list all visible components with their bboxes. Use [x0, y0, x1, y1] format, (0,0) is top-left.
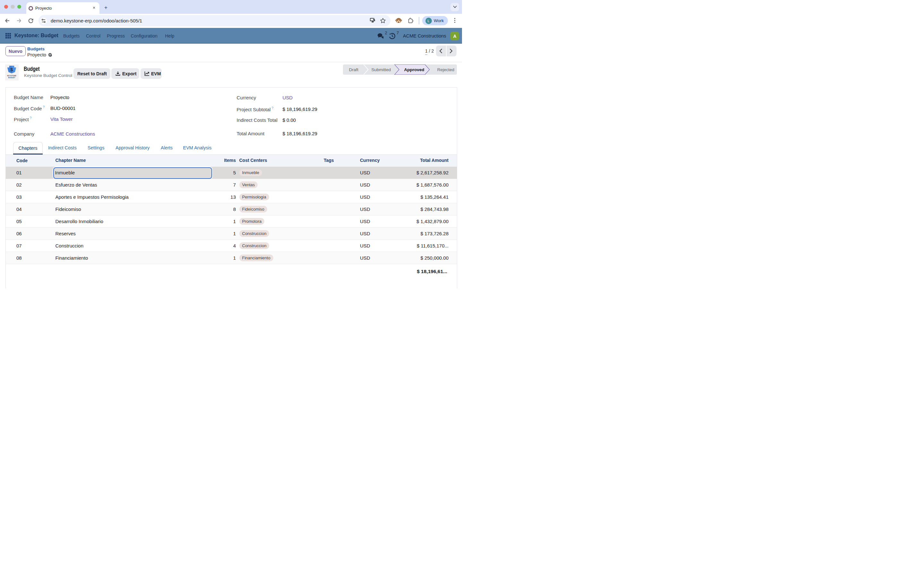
svg-text:Approved: Approved	[404, 67, 424, 72]
svg-text:Rejected: Rejected	[437, 67, 454, 72]
svg-text:Draft: Draft	[349, 67, 359, 72]
svg-text:Submitted: Submitted	[371, 67, 391, 72]
svg-text:$: $	[10, 67, 13, 72]
